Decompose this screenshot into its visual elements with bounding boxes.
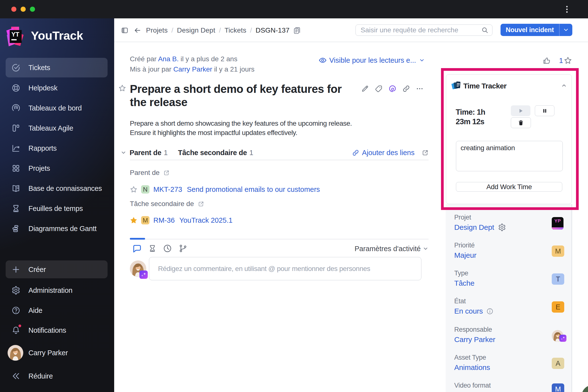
issue-description: Prepare a short demo showcasing the key … — [130, 119, 362, 138]
tag-icon[interactable] — [375, 85, 383, 92]
created-author-link[interactable]: Ana B. — [158, 55, 178, 63]
sidebar-item-knowledge-base[interactable]: Base de connaissances — [6, 178, 108, 198]
notification-dot — [18, 324, 21, 327]
sidebar-item-notifications[interactable]: Notifications — [6, 320, 108, 340]
external-link-icon[interactable] — [198, 201, 204, 207]
timesheets-icon — [12, 204, 20, 213]
new-incident-dropdown[interactable] — [560, 27, 572, 33]
project-settings-icon[interactable] — [498, 224, 506, 231]
chevron-down-icon — [422, 246, 428, 252]
sidebar-item-tickets[interactable]: Tickets — [6, 58, 108, 78]
priority-value[interactable]: Majeur — [454, 251, 476, 260]
sidebar-item-dashboards[interactable]: Tableaux de bord — [6, 98, 108, 118]
activity-settings[interactable]: Paramètres d'activité — [354, 244, 428, 254]
type-value[interactable]: Tâche — [454, 279, 474, 288]
edit-icon[interactable] — [361, 85, 369, 92]
history-tab-icon[interactable] — [163, 243, 172, 254]
collapse-widget-icon[interactable] — [560, 82, 568, 88]
field-type: Type Tâche — [454, 270, 474, 288]
likes-group: 1 — [543, 56, 572, 65]
youtrack-logo[interactable] — [5, 25, 26, 48]
new-incident-split-button: Nouvel incident — [500, 24, 572, 36]
issue-id-link[interactable]: RM-36 — [153, 216, 175, 224]
star-icon[interactable] — [130, 186, 138, 193]
floating-assistant-button[interactable] — [582, 385, 588, 392]
subtask-of-tab[interactable]: Tâche secondaire de — [178, 149, 247, 157]
sidebar-item-reports[interactable]: Rapports — [6, 138, 108, 158]
browser-menu-icon[interactable] — [564, 5, 570, 14]
toggle-sidebar-icon[interactable] — [121, 27, 128, 34]
breadcrumb-tickets[interactable]: Tickets — [224, 26, 246, 34]
work-note-input[interactable]: creating animation — [456, 141, 563, 171]
window-close-button[interactable] — [11, 6, 16, 12]
external-link-icon[interactable] — [164, 170, 170, 176]
linked-issue-row: N MKT-273 Send promotional emails to our… — [130, 185, 320, 194]
activity-divider — [130, 239, 428, 239]
window-zoom-button[interactable] — [30, 6, 35, 12]
issue-created-line: Créé par Ana B. il y a plus de 2 ans — [130, 55, 238, 63]
star-filled-icon[interactable] — [130, 216, 138, 224]
sidebar-item-gantt-charts[interactable]: Diagrammes de Gantt — [6, 219, 108, 238]
sidebar-item-helpdesk[interactable]: Helpdesk — [6, 78, 108, 98]
add-links[interactable]: Ajouter des liens — [352, 148, 428, 158]
issue-id-link[interactable]: MKT-273 — [153, 186, 182, 194]
sidebar-item-timesheets[interactable]: Feuilles de temps — [6, 199, 108, 218]
more-actions-icon[interactable] — [416, 85, 423, 92]
assignee-value[interactable]: Carry Parker — [454, 336, 496, 344]
ai-assistant-icon[interactable] — [388, 85, 396, 92]
comment-box — [149, 257, 422, 280]
sidebar-item-projects[interactable]: Projets — [6, 158, 108, 178]
issue-summary-link[interactable]: Send promotional emails to our customers — [187, 186, 320, 194]
projects-icon — [12, 164, 20, 173]
project-value[interactable]: Design Dept — [454, 223, 506, 232]
sidebar-item-help[interactable]: Aide — [6, 300, 108, 320]
sidebar-item-administration[interactable]: Administration — [6, 280, 108, 300]
asset-type-value[interactable]: Animations — [454, 363, 490, 372]
app-title: YouTrack — [31, 29, 83, 42]
issue-summary-link[interactable]: YouTrack 2025.1 — [179, 216, 232, 224]
project-badge: M — [141, 216, 150, 224]
new-incident-button[interactable]: Nouvel incident — [500, 26, 559, 34]
active-tab-indicator — [130, 238, 145, 240]
comments-tab-icon[interactable] — [132, 243, 142, 254]
info-icon[interactable] — [486, 308, 494, 315]
collapse-links-icon[interactable] — [120, 150, 126, 156]
breadcrumb-issue-id[interactable]: DSGN-137 — [256, 26, 290, 34]
comment-input[interactable] — [149, 257, 421, 280]
field-video-format: Video format — [454, 382, 491, 389]
sidebar-collapse-button[interactable]: Réduire — [6, 366, 108, 386]
star-icon[interactable] — [564, 56, 572, 65]
tracked-time: Time: 1h 23m 12s — [456, 107, 497, 126]
star-issue-icon[interactable] — [118, 84, 126, 92]
sidebar-item-agile-boards[interactable]: Tableaux Agile — [6, 118, 108, 138]
breadcrumb-projects[interactable]: Projets — [146, 26, 168, 34]
trash-icon — [518, 120, 524, 126]
delete-time-button[interactable] — [511, 117, 531, 128]
field-assignee: Responsable Carry Parker — [454, 326, 496, 344]
spent-time-tab-icon[interactable] — [148, 243, 156, 254]
state-value[interactable]: En cours — [454, 307, 494, 315]
vcs-tab-icon[interactable] — [178, 243, 188, 254]
sidebar-create-button[interactable]: Créer — [6, 260, 108, 278]
updated-author-link[interactable]: Carry Parker — [173, 66, 212, 73]
search-icon[interactable] — [482, 27, 488, 34]
state-badge: E — [552, 301, 564, 312]
sidebar-user-menu[interactable]: Carry Parker — [6, 343, 108, 362]
pause-button[interactable] — [535, 105, 554, 116]
parent-of-tab[interactable]: Parent de — [130, 149, 161, 157]
collapse-icon — [12, 372, 20, 380]
issue-actions — [361, 85, 423, 92]
play-button[interactable] — [511, 105, 530, 116]
window-minimize-button[interactable] — [20, 6, 26, 12]
time-tracker-title: Time Tracker — [463, 82, 506, 90]
search-input[interactable] — [356, 25, 480, 35]
add-work-time-button[interactable]: Add Work Time — [456, 182, 562, 192]
breadcrumb-project[interactable]: Design Dept — [177, 26, 215, 34]
visibility-selector[interactable]: Visible pour les lecteurs e... — [318, 56, 425, 65]
thumbs-up-icon[interactable] — [543, 56, 551, 65]
open-links-icon[interactable] — [422, 150, 428, 156]
breadcrumb-separator: / — [168, 26, 177, 34]
back-arrow-icon[interactable] — [134, 27, 141, 34]
attach-link-icon[interactable] — [402, 85, 410, 92]
copy-id-icon[interactable] — [293, 27, 300, 34]
